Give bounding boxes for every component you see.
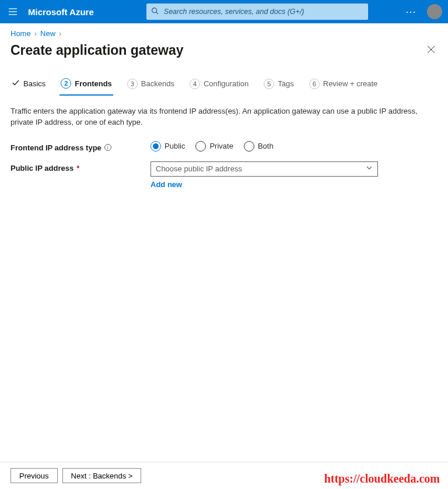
select-value: Choose public IP address	[156, 164, 242, 173]
radio-icon	[244, 141, 254, 152]
radio-icon	[195, 141, 206, 152]
info-icon[interactable]: i	[104, 144, 111, 151]
radio-icon	[150, 141, 161, 152]
label-text: Public IP address	[10, 164, 74, 173]
step-number-badge: 5	[264, 79, 274, 89]
wizard-step-backends[interactable]: 3 Backends	[126, 75, 176, 95]
close-button[interactable]	[425, 43, 438, 58]
ip-type-control: Public Private Both	[150, 141, 438, 152]
close-icon	[427, 45, 435, 54]
svg-line-4	[156, 12, 158, 14]
wizard-steps: Basics 2 Frontends 3 Backends 4 Configur…	[10, 75, 438, 96]
form-row-public-ip: Public IP address * Choose public IP add…	[10, 161, 438, 189]
radio-label: Both	[258, 142, 274, 150]
wizard-step-frontends[interactable]: 2 Frontends	[60, 75, 113, 96]
more-button[interactable]: ⋯	[399, 0, 422, 23]
previous-button[interactable]: Previous	[10, 468, 58, 483]
wizard-step-label: Configuration	[204, 79, 249, 88]
ip-type-label: Frontend IP address type i	[10, 141, 150, 152]
wizard-step-label: Frontends	[75, 79, 112, 88]
public-ip-control: Choose public IP address Add new	[150, 161, 438, 189]
wizard-step-label: Backends	[141, 79, 174, 88]
wizard-step-configuration[interactable]: 4 Configuration	[188, 75, 250, 95]
description-text: Traffic enters the application gateway v…	[10, 106, 430, 128]
label-text: Frontend IP address type	[10, 143, 102, 152]
required-asterisk: *	[76, 164, 79, 173]
chevron-right-icon: ›	[59, 29, 61, 38]
public-ip-label: Public IP address *	[10, 161, 150, 173]
content-area: Home › New › Create application gateway …	[0, 23, 448, 189]
wizard-step-tags[interactable]: 5 Tags	[262, 75, 295, 95]
radio-public[interactable]: Public	[150, 141, 185, 152]
radio-group-ip-type: Public Private Both	[150, 141, 438, 152]
next-button[interactable]: Next : Backends >	[62, 468, 142, 483]
hamburger-icon	[8, 7, 18, 16]
svg-point-3	[152, 8, 156, 13]
chevron-down-icon	[366, 164, 373, 173]
topbar-right: ⋯	[399, 0, 443, 23]
wizard-step-label: Tags	[278, 79, 293, 88]
step-number-badge: 3	[127, 79, 138, 89]
check-icon	[12, 79, 20, 89]
brand-label: Microsoft Azure	[28, 7, 94, 17]
add-new-link[interactable]: Add new	[150, 180, 182, 189]
footer-bar: Previous Next : Backends >	[0, 462, 448, 489]
wizard-step-label: Basics	[23, 79, 46, 88]
step-number-badge: 6	[309, 79, 320, 89]
public-ip-select[interactable]: Choose public IP address	[150, 161, 378, 177]
breadcrumb: Home › New ›	[10, 29, 438, 38]
search-input[interactable]	[146, 3, 368, 20]
ellipsis-icon: ⋯	[405, 5, 416, 18]
wizard-step-basics[interactable]: Basics	[10, 75, 47, 94]
chevron-right-icon: ›	[34, 29, 37, 38]
top-bar: Microsoft Azure ⋯	[0, 0, 448, 23]
radio-private[interactable]: Private	[195, 141, 233, 152]
search-icon	[151, 7, 159, 16]
page-header: Create application gateway	[10, 43, 438, 58]
radio-label: Public	[164, 142, 185, 150]
wizard-step-label: Review + create	[323, 79, 378, 88]
hamburger-menu[interactable]	[0, 0, 26, 23]
breadcrumb-new[interactable]: New	[40, 29, 55, 38]
step-number-badge: 4	[190, 79, 200, 89]
page-title: Create application gateway	[10, 43, 184, 58]
radio-label: Private	[209, 142, 233, 150]
form-row-ip-type: Frontend IP address type i Public Privat…	[10, 141, 438, 152]
breadcrumb-home[interactable]: Home	[10, 29, 31, 38]
search-container	[146, 3, 368, 20]
avatar[interactable]	[427, 4, 442, 19]
radio-both[interactable]: Both	[244, 141, 274, 152]
step-number-badge: 2	[61, 78, 71, 89]
wizard-step-review[interactable]: 6 Review + create	[308, 75, 379, 95]
